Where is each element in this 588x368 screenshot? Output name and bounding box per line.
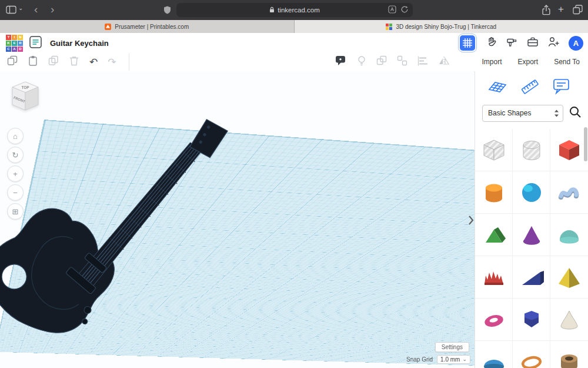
select-arrows-icon bbox=[554, 109, 559, 118]
design-title[interactable]: Guitar Keychain bbox=[50, 39, 109, 48]
logo-tile: N bbox=[18, 35, 23, 40]
caret-down-icon: ⌄ bbox=[462, 357, 467, 362]
group-icon[interactable] bbox=[376, 55, 387, 68]
undo-button[interactable]: ↶ bbox=[89, 57, 98, 67]
toolbar-divider bbox=[129, 53, 129, 71]
shape-wedge[interactable] bbox=[513, 256, 550, 299]
shapes-grid bbox=[475, 129, 588, 368]
logo-tile: D bbox=[18, 47, 23, 52]
paste-icon[interactable] bbox=[28, 55, 38, 68]
logo-tile: C bbox=[6, 47, 11, 52]
sidebar-icon[interactable] bbox=[6, 5, 16, 16]
shape-polygon[interactable] bbox=[513, 299, 550, 341]
shape-dome[interactable] bbox=[475, 341, 513, 368]
shape-scribble[interactable] bbox=[550, 171, 588, 214]
shape-pyramid[interactable] bbox=[550, 256, 588, 299]
drill-tool-icon[interactable] bbox=[506, 36, 518, 50]
shape-roof[interactable] bbox=[475, 214, 513, 256]
address-bar[interactable]: tinkercad.com bbox=[176, 3, 413, 17]
panel-collapse-chevron[interactable] bbox=[468, 215, 474, 228]
view-cube[interactable]: TOP FRONT bbox=[9, 79, 42, 116]
snap-grid-select[interactable]: 1.0 mm ⌄ bbox=[437, 355, 470, 364]
tab-label: 3D design Shiny Bojo-Trug | Tinkercad bbox=[396, 24, 496, 30]
tab-label: Prusameter | Printables.com bbox=[115, 24, 189, 30]
shape-torus-thin[interactable] bbox=[513, 341, 550, 368]
lock-icon bbox=[269, 5, 275, 15]
workplane-tool-icon[interactable] bbox=[487, 78, 507, 95]
viewport[interactable]: TOP FRONT ⌂ ↻ + − ⊞ Settings Snap Grid 1… bbox=[0, 71, 475, 368]
tab-overview-icon[interactable] bbox=[573, 5, 583, 17]
shape-category-select[interactable]: Basic Shapes bbox=[482, 105, 563, 122]
logo-tile: K bbox=[6, 41, 11, 46]
panel-scrollbar[interactable] bbox=[584, 127, 587, 161]
home-view-button[interactable]: ⌂ bbox=[7, 128, 24, 144]
logo-tile: R bbox=[18, 41, 23, 46]
ungroup-icon[interactable] bbox=[397, 55, 407, 68]
reload-icon[interactable] bbox=[400, 5, 409, 16]
briefcase-icon[interactable] bbox=[527, 36, 539, 50]
flip-mirror-icon[interactable] bbox=[438, 56, 450, 68]
shape-sphere[interactable] bbox=[513, 171, 550, 214]
shape-category-value: Basic Shapes bbox=[488, 109, 554, 117]
tab-bar: Prusameter | Printables.com 3D design Sh… bbox=[0, 20, 588, 33]
url-text: tinkercad.com bbox=[278, 6, 320, 14]
shape-paraboloid[interactable] bbox=[550, 299, 588, 341]
search-shapes-icon[interactable] bbox=[568, 105, 582, 121]
ruler-tool-icon[interactable] bbox=[520, 78, 540, 95]
snap-grid-label: Snap Grid bbox=[406, 356, 433, 363]
sidebar-chevron-icon[interactable]: ⌄ bbox=[18, 5, 23, 11]
share-icon[interactable] bbox=[541, 4, 552, 18]
comment-icon[interactable] bbox=[335, 55, 347, 69]
new-tab-button[interactable]: + bbox=[558, 4, 564, 14]
duplicate-icon[interactable] bbox=[48, 55, 59, 68]
tab-printables[interactable]: Prusameter | Printables.com bbox=[0, 20, 295, 33]
shapes-panel: Basic Shapes bbox=[475, 71, 588, 368]
shape-box-hole[interactable] bbox=[475, 129, 513, 171]
fit-view-button[interactable]: ⊞ bbox=[7, 203, 24, 220]
printables-favicon bbox=[105, 24, 111, 30]
designs-list-icon[interactable] bbox=[29, 36, 42, 51]
import-button[interactable]: Import bbox=[482, 58, 502, 66]
send-to-button[interactable]: Send To bbox=[554, 58, 580, 66]
align-icon[interactable] bbox=[417, 56, 428, 68]
logo-tile: I bbox=[12, 35, 17, 40]
tinkercad-logo[interactable]: TINKERCAD bbox=[6, 35, 23, 52]
toolbar: ↶ ↷ Import Export bbox=[0, 53, 588, 72]
privacy-shield-icon[interactable] bbox=[163, 5, 172, 17]
view-controls: ⌂ ↻ + − ⊞ bbox=[7, 128, 24, 220]
back-button[interactable]: ‹ bbox=[34, 4, 38, 15]
shape-tube[interactable] bbox=[550, 341, 588, 368]
zoom-out-button[interactable]: − bbox=[7, 184, 24, 201]
shape-text[interactable] bbox=[475, 256, 513, 299]
app-header: TINKERCAD Guitar Keychain A bbox=[0, 33, 588, 53]
logo-tile: E bbox=[12, 41, 17, 46]
tips-lightbulb-icon[interactable] bbox=[357, 55, 366, 69]
export-button[interactable]: Export bbox=[517, 58, 538, 66]
copy-icon[interactable] bbox=[7, 55, 18, 68]
hand-tool-icon[interactable] bbox=[486, 36, 497, 50]
avatar[interactable]: A bbox=[569, 36, 583, 51]
forward-button[interactable]: › bbox=[51, 4, 54, 15]
zoom-in-button[interactable]: + bbox=[7, 165, 24, 182]
shape-half-sphere[interactable] bbox=[550, 214, 588, 256]
view-cube-top-label: TOP bbox=[21, 85, 29, 89]
shape-cylinder[interactable] bbox=[475, 171, 513, 214]
screen: ⌄ ‹ › tinkercad.com + bbox=[0, 0, 588, 368]
settings-button[interactable]: Settings bbox=[435, 342, 469, 352]
tab-tinkercad[interactable]: 3D design Shiny Bojo-Trug | Tinkercad bbox=[295, 20, 588, 33]
shape-torus[interactable] bbox=[475, 299, 513, 341]
browser-bar: ⌄ ‹ › tinkercad.com + bbox=[0, 0, 588, 20]
orbit-view-button[interactable]: ↻ bbox=[7, 147, 24, 163]
shape-box[interactable] bbox=[550, 129, 588, 171]
delete-icon[interactable] bbox=[69, 55, 79, 68]
notes-tool-icon[interactable] bbox=[552, 78, 571, 95]
shape-cone[interactable] bbox=[513, 214, 550, 256]
redo-button[interactable]: ↷ bbox=[108, 57, 116, 67]
logo-tile: A bbox=[12, 47, 17, 52]
guitar-model[interactable] bbox=[0, 88, 256, 368]
add-person-icon[interactable] bbox=[547, 36, 560, 50]
editor-3d-button[interactable] bbox=[458, 34, 477, 52]
grid-icon bbox=[460, 35, 475, 51]
translate-icon[interactable] bbox=[388, 5, 396, 16]
shape-cylinder-hole[interactable] bbox=[513, 129, 550, 171]
